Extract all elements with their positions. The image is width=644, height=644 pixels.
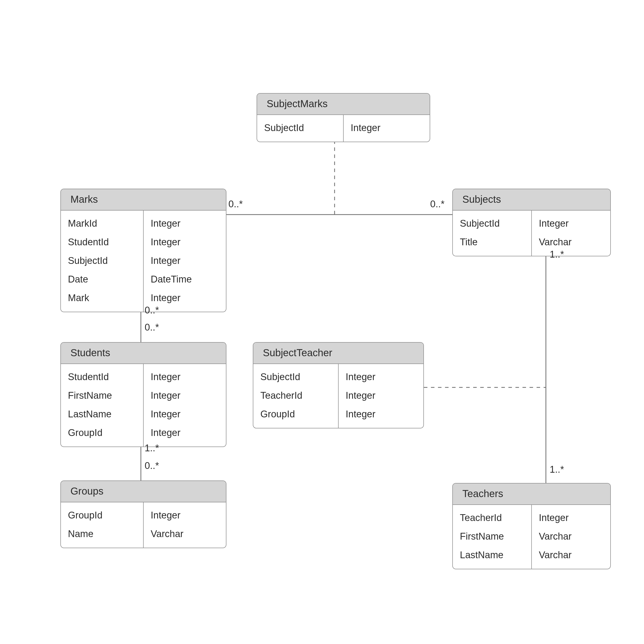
field-names: StudentIdFirstNameLastNameGroupId [61, 364, 144, 447]
field-name: MarkId [68, 214, 138, 233]
field-name: TeacherId [260, 386, 333, 405]
entity-title: Groups [61, 481, 226, 502]
field-type: Integer [151, 289, 220, 307]
field-name: LastName [460, 546, 526, 564]
field-type: Integer [346, 386, 418, 405]
field-names: TeacherIdFirstNameLastName [453, 505, 532, 569]
field-names: SubjectIdTeacherIdGroupId [253, 364, 339, 428]
entity-title: SubjectMarks [257, 94, 430, 115]
field-type: Varchar [539, 233, 605, 251]
field-type: Integer [151, 368, 220, 386]
field-name: Title [460, 233, 526, 251]
field-name: StudentId [68, 368, 138, 386]
field-type: DateTime [151, 270, 220, 289]
entity-teachers: Teachers TeacherIdFirstNameLastName Inte… [452, 483, 611, 569]
field-type: Varchar [539, 546, 605, 564]
field-type: Integer [539, 508, 605, 527]
entity-title: SubjectTeacher [253, 343, 423, 364]
field-name: SubjectId [264, 118, 338, 137]
entity-subjectteacher: SubjectTeacher SubjectIdTeacherIdGroupId… [253, 342, 424, 428]
field-name: GroupId [68, 423, 138, 442]
mult-subjects-teachers-top: 1..* [550, 249, 564, 260]
field-name: FirstName [460, 527, 526, 546]
field-type: Integer [151, 405, 220, 423]
field-name: SubjectId [68, 251, 138, 270]
mult-marks-students-top: 0..* [145, 305, 159, 316]
field-names: SubjectId [257, 115, 344, 142]
entity-groups: Groups GroupIdName IntegerVarchar [60, 480, 226, 548]
field-type: Integer [151, 251, 220, 270]
field-names: GroupIdName [61, 502, 144, 548]
field-type: Integer [151, 386, 220, 405]
field-name: Date [68, 270, 138, 289]
field-names: SubjectIdTitle [453, 211, 532, 256]
entity-title: Teachers [453, 484, 610, 505]
entity-subjects: Subjects SubjectIdTitle IntegerVarchar [452, 189, 611, 256]
entity-marks: Marks MarkIdStudentIdSubjectIdDateMark I… [60, 189, 226, 312]
field-type: Varchar [151, 525, 220, 543]
field-name: LastName [68, 405, 138, 423]
mult-subjects-teachers-bottom: 1..* [550, 464, 564, 475]
field-types: Integer [344, 115, 430, 142]
field-name: GroupId [260, 405, 333, 423]
field-type: Integer [151, 233, 220, 251]
field-name: SubjectId [260, 368, 333, 386]
field-type: Integer [151, 423, 220, 442]
field-types: IntegerVarchar [532, 211, 610, 256]
field-name: Mark [68, 289, 138, 307]
field-types: IntegerVarchar [144, 502, 226, 548]
field-type: Integer [151, 506, 220, 525]
field-type: Integer [351, 118, 424, 137]
field-types: IntegerVarcharVarchar [532, 505, 610, 569]
field-name: StudentId [68, 233, 138, 251]
field-names: MarkIdStudentIdSubjectIdDateMark [61, 211, 144, 312]
field-types: IntegerIntegerInteger [339, 364, 423, 428]
entity-students: Students StudentIdFirstNameLastNameGroup… [60, 342, 226, 447]
entity-title: Students [61, 343, 226, 364]
mult-marks-students-bottom: 0..* [145, 322, 159, 333]
field-name: Name [68, 525, 138, 543]
field-type: Integer [346, 405, 418, 423]
field-type: Integer [539, 214, 605, 233]
mult-marks-subjects-left: 0..* [228, 199, 243, 210]
field-types: IntegerIntegerIntegerInteger [144, 364, 226, 447]
mult-students-groups-top: 1..* [145, 443, 159, 454]
field-type: Varchar [539, 527, 605, 546]
field-name: TeacherId [460, 508, 526, 527]
field-name: GroupId [68, 506, 138, 525]
field-type: Integer [346, 368, 418, 386]
erd-canvas: SubjectMarks SubjectId Integer Marks Mar… [0, 0, 644, 644]
field-name: FirstName [68, 386, 138, 405]
mult-students-groups-bottom: 0..* [145, 460, 159, 471]
entity-title: Marks [61, 189, 226, 211]
mult-marks-subjects-right: 0..* [430, 199, 445, 210]
field-type: Integer [151, 214, 220, 233]
field-types: IntegerIntegerIntegerDateTimeInteger [144, 211, 226, 312]
field-name: SubjectId [460, 214, 526, 233]
entity-title: Subjects [453, 189, 610, 211]
entity-subjectmarks: SubjectMarks SubjectId Integer [257, 93, 430, 142]
